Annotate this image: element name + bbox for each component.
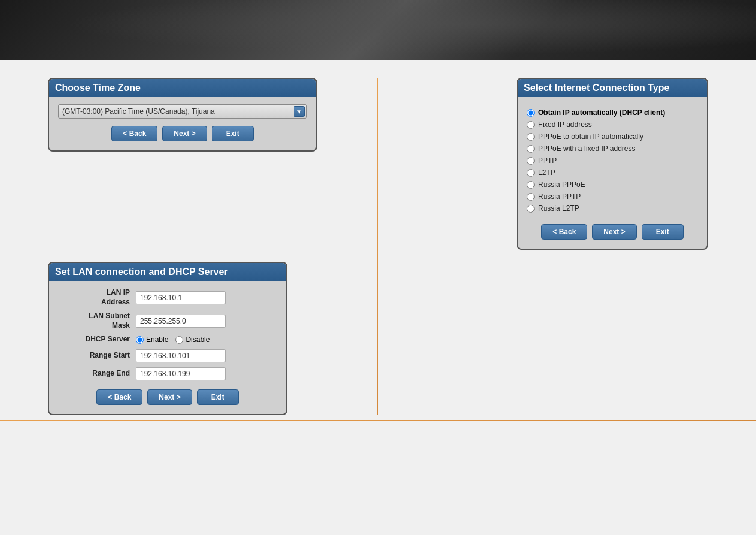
timezone-panel: Choose Time Zone (GMT-03:00) Pacific Tim… (48, 78, 317, 152)
radio-russia-l2tp-label: Russia L2TP (538, 204, 579, 213)
lan-exit-button[interactable]: Exit (197, 389, 239, 405)
radio-russia-l2tp-input[interactable] (527, 205, 535, 213)
connection-next-button[interactable]: Next > (592, 224, 636, 240)
radio-option-russia-pptp[interactable]: Russia PPTP (527, 191, 698, 202)
bottom-divider (0, 420, 756, 421)
lan-form-table: LAN IPAddress LAN SubnetMask DHCP Server (58, 288, 277, 380)
connection-btn-row: < Back Next > Exit (527, 224, 698, 240)
lan-subnet-label: LAN SubnetMask (58, 312, 136, 330)
radio-fixed-label: Fixed IP address (538, 120, 592, 129)
radio-option-russia-l2tp[interactable]: Russia L2TP (527, 202, 698, 214)
timezone-back-button[interactable]: < Back (111, 126, 157, 141)
radio-option-pppoe-auto[interactable]: PPPoE to obtain IP automatically (527, 131, 698, 143)
page-wrapper: Choose Time Zone (GMT-03:00) Pacific Tim… (0, 0, 756, 433)
dhcp-options: Enable Disable (136, 335, 210, 344)
radio-pppoe-fixed-input[interactable] (527, 145, 535, 153)
dhcp-server-row: DHCP Server Enable Disable (58, 335, 277, 344)
range-end-label: Range End (58, 369, 136, 379)
radio-option-dhcp[interactable]: Obtain IP automatically (DHCP client) (527, 107, 698, 119)
timezone-select[interactable]: (GMT-03:00) Pacific Time (US/Canada), Ti… (58, 104, 307, 119)
radio-fixed-input[interactable] (527, 121, 535, 129)
timezone-select-wrapper: (GMT-03:00) Pacific Time (US/Canada), Ti… (58, 104, 307, 119)
dhcp-disable-label: Disable (186, 335, 210, 344)
dhcp-disable-option[interactable]: Disable (175, 335, 210, 344)
radio-pptp-label: PPTP (538, 156, 557, 165)
radio-russia-pppoe-label: Russia PPPoE (538, 180, 585, 189)
radio-option-fixed[interactable]: Fixed IP address (527, 119, 698, 131)
range-end-row: Range End (58, 367, 277, 380)
connection-panel-title: Select Internet Connection Type (518, 79, 707, 97)
radio-russia-pptp-input[interactable] (527, 193, 535, 201)
timezone-panel-title: Choose Time Zone (49, 79, 316, 97)
main-content: Choose Time Zone (GMT-03:00) Pacific Tim… (0, 60, 756, 433)
header-banner (0, 0, 756, 60)
dhcp-disable-radio[interactable] (175, 336, 183, 344)
radio-russia-pptp-label: Russia PPTP (538, 192, 581, 201)
range-start-row: Range Start (58, 349, 277, 362)
radio-options-container: Obtain IP automatically (DHCP client) Fi… (527, 104, 698, 217)
lan-ip-row: LAN IPAddress (58, 288, 277, 307)
lan-ip-input[interactable] (136, 291, 226, 304)
range-end-input[interactable] (136, 367, 226, 380)
radio-option-pppoe-fixed[interactable]: PPPoE with a fixed IP address (527, 143, 698, 155)
connection-back-button[interactable]: < Back (541, 224, 587, 240)
radio-pptp-input[interactable] (527, 157, 535, 165)
lan-panel: Set LAN connection and DHCP Server LAN I… (48, 262, 287, 415)
radio-l2tp-label: L2TP (538, 168, 555, 177)
range-start-input[interactable] (136, 349, 226, 362)
timezone-next-button[interactable]: Next > (162, 126, 207, 141)
lan-ip-label: LAN IPAddress (58, 288, 136, 307)
connection-exit-button[interactable]: Exit (642, 224, 684, 240)
range-start-label: Range Start (58, 351, 136, 361)
lan-subnet-input[interactable] (136, 315, 226, 328)
lan-panel-title: Set LAN connection and DHCP Server (49, 263, 286, 281)
radio-dhcp-input[interactable] (527, 109, 535, 117)
timezone-btn-row: < Back Next > Exit (58, 126, 307, 141)
lan-subnet-row: LAN SubnetMask (58, 312, 277, 330)
radio-l2tp-input[interactable] (527, 169, 535, 177)
dhcp-enable-radio[interactable] (136, 336, 144, 344)
radio-pppoe-auto-label: PPPoE to obtain IP automatically (538, 132, 643, 141)
vertical-divider (377, 78, 378, 415)
dhcp-label: DHCP Server (58, 335, 136, 344)
radio-pppoe-fixed-label: PPPoE with a fixed IP address (538, 144, 636, 153)
lan-next-button[interactable]: Next > (147, 389, 192, 405)
dhcp-enable-label: Enable (146, 335, 168, 344)
lan-back-button[interactable]: < Back (96, 389, 142, 405)
connection-panel: Select Internet Connection Type Obtain I… (517, 78, 708, 250)
radio-pppoe-auto-input[interactable] (527, 133, 535, 141)
lan-btn-row: < Back Next > Exit (58, 389, 277, 405)
timezone-exit-button[interactable]: Exit (212, 126, 254, 141)
radio-option-pptp[interactable]: PPTP (527, 155, 698, 167)
radio-russia-pppoe-input[interactable] (527, 181, 535, 189)
radio-dhcp-label: Obtain IP automatically (DHCP client) (538, 108, 665, 117)
radio-option-l2tp[interactable]: L2TP (527, 167, 698, 179)
dhcp-enable-option[interactable]: Enable (136, 335, 168, 344)
radio-option-russia-pppoe[interactable]: Russia PPPoE (527, 179, 698, 191)
